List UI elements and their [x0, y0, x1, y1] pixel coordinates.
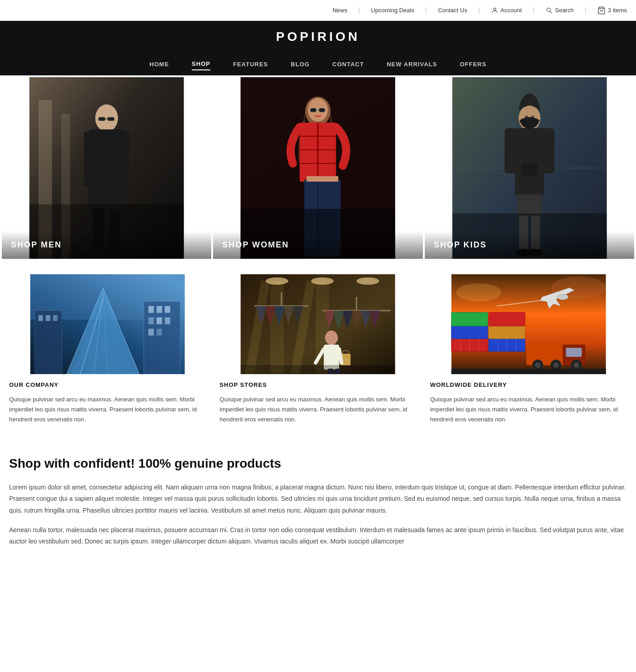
nav-home[interactable]: HOME [149, 59, 169, 70]
svg-rect-56 [149, 306, 154, 313]
feature-stores-image[interactable] [219, 274, 416, 374]
svg-point-0 [493, 8, 496, 10]
shop-women-card[interactable]: SHOP WOMEN [213, 77, 422, 259]
account-link[interactable]: Account [491, 7, 522, 14]
feature-delivery-image[interactable] [430, 274, 627, 374]
svg-rect-63 [157, 329, 162, 336]
search-icon [546, 7, 553, 14]
top-bar: News | Upcoming Deals | Contact Us | Acc… [0, 0, 636, 21]
svg-rect-58 [165, 306, 170, 313]
svg-rect-38 [504, 128, 516, 173]
deals-link[interactable]: Upcoming Deals [371, 7, 414, 14]
svg-rect-91 [488, 325, 525, 339]
svg-rect-101 [566, 348, 581, 357]
account-icon [491, 7, 498, 14]
contact-label: Contact Us [438, 7, 467, 14]
shop-grid: SHOP MEN [0, 75, 636, 261]
feature-grid: OUR COMPANY Quisque pulvinar sed arcu eu… [0, 261, 636, 429]
svg-rect-59 [149, 317, 154, 324]
deals-label: Upcoming Deals [371, 7, 414, 14]
svg-rect-89 [451, 312, 487, 326]
shop-women-overlay: SHOP WOMEN [213, 231, 422, 259]
svg-rect-92 [488, 312, 525, 326]
svg-rect-61 [165, 317, 170, 324]
delivery-svg [430, 274, 627, 374]
shop-men-card[interactable]: SHOP MEN [2, 77, 211, 259]
svg-point-103 [535, 362, 540, 368]
search-link[interactable]: Search [546, 7, 574, 14]
nav-features[interactable]: FEATURES [233, 59, 268, 70]
confidence-paragraph-1: Lorem ipsum dolor sit amet, consectetur … [9, 482, 627, 516]
feature-delivery-title: WORLDWIDE DELIVERY [430, 381, 627, 388]
cart-icon [597, 6, 606, 15]
svg-line-2 [550, 11, 552, 13]
shop-men-label: SHOP MEN [11, 240, 62, 249]
svg-point-107 [573, 362, 579, 368]
feature-delivery-text: Quisque pulvinar sed arcu eu maximus. Ae… [430, 395, 627, 425]
feature-stores-text: Quisque pulvinar sed arcu eu maximus. Ae… [219, 395, 416, 425]
nav-bar: HOME SHOP FEATURES BLOG CONTACT NEW ARRI… [0, 53, 636, 75]
svg-line-80 [339, 349, 342, 363]
shop-kids-overlay: SHOP KIDS [425, 231, 634, 259]
company-svg [9, 274, 206, 374]
feature-company-text: Quisque pulvinar sed arcu eu maximus. Ae… [9, 395, 206, 425]
svg-point-45 [525, 116, 527, 118]
svg-point-1 [547, 8, 550, 11]
account-label: Account [501, 7, 522, 14]
brand-bar: POPIRION [0, 21, 636, 53]
nav-new-arrivals[interactable]: NEW ARRIVALS [387, 59, 437, 70]
svg-rect-36 [515, 128, 544, 196]
feature-stores-title: SHOP STORES [219, 381, 416, 388]
news-link[interactable]: News [333, 7, 348, 14]
svg-rect-66 [46, 315, 50, 321]
brand-name[interactable]: POPIRION [276, 30, 360, 44]
shop-kids-card[interactable]: SHOP KIDS [425, 77, 634, 259]
svg-rect-57 [157, 306, 162, 313]
shop-men-overlay: SHOP MEN [2, 231, 211, 259]
svg-point-109 [557, 294, 568, 300]
shop-kids-label: SHOP KIDS [434, 240, 487, 249]
svg-rect-9 [84, 132, 93, 186]
svg-rect-21 [310, 108, 317, 112]
svg-point-105 [553, 362, 558, 368]
svg-rect-108 [451, 369, 606, 374]
svg-rect-67 [53, 315, 58, 321]
svg-point-71 [357, 277, 379, 285]
feature-company: OUR COMPANY Quisque pulvinar sed arcu eu… [9, 274, 206, 425]
svg-rect-88 [451, 325, 487, 339]
news-label: News [333, 7, 348, 14]
svg-rect-83 [241, 365, 395, 374]
svg-point-46 [532, 116, 534, 118]
cart-label: 3 items [608, 7, 627, 14]
nav-blog[interactable]: BLOG [291, 59, 310, 70]
contact-link[interactable]: Contact Us [438, 7, 467, 14]
svg-rect-60 [157, 317, 162, 324]
nav-shop[interactable]: SHOP [192, 58, 210, 70]
stores-svg [219, 274, 416, 374]
svg-rect-37 [521, 163, 537, 176]
svg-rect-10 [120, 132, 129, 186]
shop-women-label: SHOP WOMEN [222, 240, 289, 249]
svg-rect-22 [319, 108, 325, 112]
svg-rect-13 [99, 117, 105, 121]
confidence-paragraph-2: Aenean nulla tortor, malesuada nec place… [9, 524, 627, 547]
nav-contact[interactable]: CONTACT [333, 59, 364, 70]
feature-delivery: WORLDWIDE DELIVERY Quisque pulvinar sed … [430, 274, 627, 425]
svg-rect-65 [39, 315, 43, 321]
svg-rect-8 [89, 129, 125, 211]
svg-rect-62 [149, 329, 154, 336]
svg-rect-31 [307, 176, 338, 182]
feature-company-image[interactable] [9, 274, 206, 374]
search-label: Search [555, 7, 574, 14]
svg-point-76 [325, 331, 338, 345]
svg-rect-39 [543, 128, 554, 173]
cart-link[interactable]: 3 items [597, 6, 627, 15]
feature-stores: SHOP STORES Quisque pulvinar sed arcu eu… [219, 274, 416, 425]
confidence-title: Shop with confident! 100% genuine produc… [9, 456, 627, 471]
nav-offers[interactable]: OFFERS [460, 59, 487, 70]
svg-rect-14 [108, 117, 114, 121]
confidence-section: Shop with confident! 100% genuine produc… [0, 429, 636, 573]
feature-company-title: OUR COMPANY [9, 381, 206, 388]
svg-point-85 [456, 283, 501, 301]
